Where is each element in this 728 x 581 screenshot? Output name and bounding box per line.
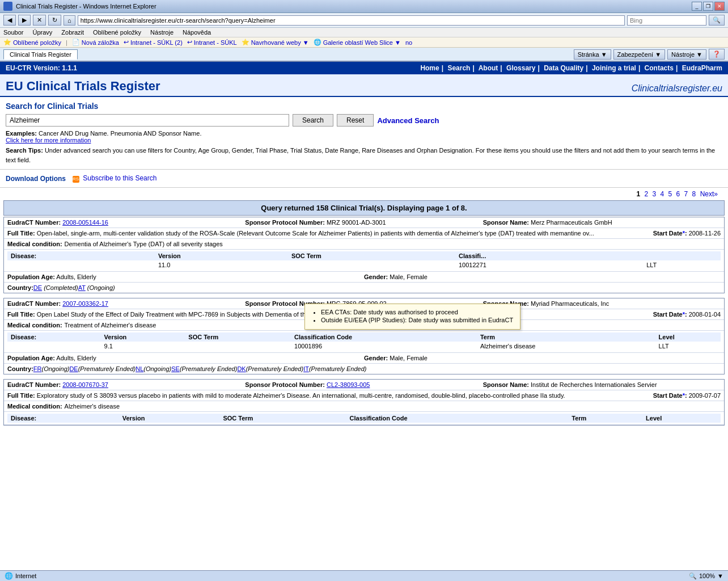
- col-classification: Classifi...: [455, 251, 612, 260]
- refresh-btn[interactable]: ↻: [48, 15, 61, 26]
- intranet-sukl-2[interactable]: ↩ Intranet - SÚKL: [187, 39, 237, 46]
- trial-3-sponsor-protocol-link[interactable]: CL2-38093-005: [327, 381, 370, 388]
- trial-1-disease-table: Disease: Version SOC Term Classifi... 11…: [7, 251, 721, 270]
- nav-glossary[interactable]: Glossary: [506, 64, 535, 72]
- tooltip-item-1: EEA CTAs: Date study was authorised to p…: [321, 309, 513, 315]
- trial-1-eudract-link[interactable]: 2008-005144-16: [62, 219, 108, 226]
- bing-search-input[interactable]: [627, 15, 706, 26]
- trial-2-country-de[interactable]: DE: [69, 365, 78, 372]
- trial-2-gender: Gender: Male, Female: [364, 355, 721, 361]
- trial-3-condition-label: Medical condition:: [7, 403, 62, 410]
- intranet-sukl-1[interactable]: ↩ Intranet - SÚKL (2): [124, 39, 183, 46]
- nav-home[interactable]: Home: [420, 64, 439, 72]
- examples-label: Examples:: [6, 130, 37, 137]
- stop-btn[interactable]: ✕: [33, 15, 46, 26]
- trial-3-condition-row: Medical condition: Alzheimer's disease: [4, 401, 724, 412]
- trial-1-full-title: Full Title: Open-label, single-arm, mult…: [7, 230, 607, 237]
- trial-3-full-title: Full Title: Exploratory study of S 38093…: [7, 392, 607, 399]
- trial-2-country-row: Country: FR (Ongoing) DE (Prematurely En…: [4, 364, 724, 374]
- more-info-link[interactable]: Click here for more information: [6, 137, 91, 144]
- address-input[interactable]: [78, 15, 625, 26]
- navrhowane-weby[interactable]: ⭐ Navrhované weby ▼: [242, 39, 309, 46]
- nav-about[interactable]: About: [479, 64, 498, 72]
- menu-zobrazit[interactable]: Zobrazit: [61, 29, 84, 36]
- menu-soubor[interactable]: Soubor: [3, 29, 23, 36]
- trial-2-country-se[interactable]: SE: [171, 365, 180, 372]
- no-btn[interactable]: no: [405, 39, 412, 46]
- page-5[interactable]: 5: [668, 190, 672, 198]
- restore-btn[interactable]: ❐: [703, 2, 713, 11]
- home-btn[interactable]: ⌂: [64, 15, 75, 26]
- page-7[interactable]: 7: [684, 190, 688, 198]
- trial-1-title-row: Full Title: Open-label, single-arm, mult…: [4, 228, 724, 239]
- trial-3-disease-table: Disease: Version SOC Term Classification…: [7, 414, 721, 423]
- trial-2-country-dk[interactable]: DK: [237, 365, 246, 372]
- nav-search[interactable]: Search: [447, 64, 470, 72]
- tab-ctr[interactable]: Clinical Trials Register: [3, 49, 78, 60]
- col-version-2: Version: [101, 332, 185, 342]
- trial-1-country-de: DE (Completed): [33, 284, 78, 291]
- page-3[interactable]: 3: [652, 190, 656, 198]
- trial-2-version: 9.1: [101, 342, 185, 351]
- trial-2-eudract-link[interactable]: 2007-003362-17: [62, 300, 108, 307]
- toolbar-help-btn[interactable]: ❓: [709, 49, 725, 60]
- menu-upravy[interactable]: Úpravy: [32, 29, 52, 36]
- nav-joining[interactable]: Joining a trial: [592, 64, 636, 72]
- tab-bar: Clinical Trials Register Stránka ▼ Zabez…: [0, 48, 728, 62]
- col-class-3: Classification Code: [346, 414, 569, 423]
- page-6[interactable]: 6: [676, 190, 680, 198]
- tooltip-list: EEA CTAs: Date study was authorised to p…: [321, 309, 513, 323]
- toolbar-page-btn[interactable]: Stránka ▼: [574, 49, 611, 60]
- galerie-webslice[interactable]: 🌐 Galerie oblastí Web Slice ▼: [314, 39, 401, 46]
- trial-1-sponsor-protocol-value: MRZ 90001-AD-3001: [327, 219, 386, 226]
- page-next[interactable]: Next»: [700, 190, 718, 198]
- reset-button[interactable]: Reset: [337, 114, 374, 127]
- trial-1-disease-label: [7, 260, 155, 270]
- advanced-search-link[interactable]: Advanced Search: [377, 116, 439, 125]
- close-btn[interactable]: ✕: [714, 2, 725, 11]
- download-options-link[interactable]: Download Options: [6, 175, 66, 183]
- menu-oblibene[interactable]: Oblíbené položky: [93, 29, 141, 36]
- nav-dataquality[interactable]: Data Quality: [544, 64, 583, 72]
- subscribe-link[interactable]: Subscribe to this Search: [83, 174, 156, 182]
- trial-1-pop-row: Population Age: Adults, Elderly Gender: …: [4, 272, 724, 283]
- col-version: Version: [155, 251, 288, 260]
- toolbar-tools-btn[interactable]: Nástroje ▼: [667, 49, 706, 60]
- trial-2-country-nl[interactable]: NL: [136, 365, 143, 372]
- bing-search-btn[interactable]: 🔍: [709, 15, 725, 26]
- trial-1-condition-row: Medical condition: Dementia of Alzheimer…: [4, 239, 724, 250]
- trial-1-country-at-link[interactable]: AT: [78, 284, 86, 291]
- nav-contacts[interactable]: Contacts: [645, 64, 674, 72]
- trial-2-country-label: Country:: [7, 365, 33, 372]
- page-2[interactable]: 2: [644, 190, 648, 198]
- back-btn[interactable]: ◀: [3, 15, 16, 26]
- new-tab-btn[interactable]: 📄 Nová záložka: [72, 39, 119, 46]
- col-disease-3: Disease:: [7, 414, 119, 423]
- search-button[interactable]: Search: [293, 114, 333, 127]
- nav-eudrapharm[interactable]: EudraPharm: [682, 64, 722, 72]
- trial-2-country-it[interactable]: IT: [303, 365, 309, 372]
- toolbar-security-btn[interactable]: Zabezpečení ▼: [613, 49, 666, 60]
- content-area: 1 2 3 4 5 6 7 8 Next» Query returned 158…: [0, 188, 728, 433]
- trial-2-condition-value: Treatment of Alzheimer's disease: [65, 322, 156, 329]
- trial-1-country-de-link[interactable]: DE: [33, 284, 42, 291]
- minimize-btn[interactable]: _: [692, 2, 702, 11]
- forward-btn[interactable]: ▶: [18, 15, 31, 26]
- search-input[interactable]: [6, 114, 289, 127]
- page-1[interactable]: 1: [636, 190, 640, 198]
- window-controls[interactable]: _ ❐ ✕: [692, 2, 725, 11]
- trial-2-condition-label: Medical condition:: [7, 322, 62, 329]
- examples-text: Examples: Cancer AND Drug Name. Pneumoni…: [6, 130, 722, 144]
- trial-1-classification: 10012271: [455, 260, 612, 270]
- trial-3-eudract-link[interactable]: 2008-007670-37: [62, 381, 108, 388]
- rss-subscribe: RSS Subscribe to this Search: [73, 174, 156, 183]
- trial-1-country-at: AT (Ongoing): [78, 284, 115, 291]
- favorites-btn[interactable]: ⭐ Oblíbené položky: [3, 39, 61, 46]
- trial-2-country-fr[interactable]: FR: [33, 365, 42, 372]
- page-4[interactable]: 4: [660, 190, 664, 198]
- start-date-tooltip: EEA CTAs: Date study was authorised to p…: [304, 304, 520, 330]
- col-level-3: Level: [642, 414, 721, 423]
- menu-nastroje[interactable]: Nástroje: [150, 29, 173, 36]
- menu-napoveda[interactable]: Nápověda: [183, 29, 211, 36]
- page-8[interactable]: 8: [692, 190, 696, 198]
